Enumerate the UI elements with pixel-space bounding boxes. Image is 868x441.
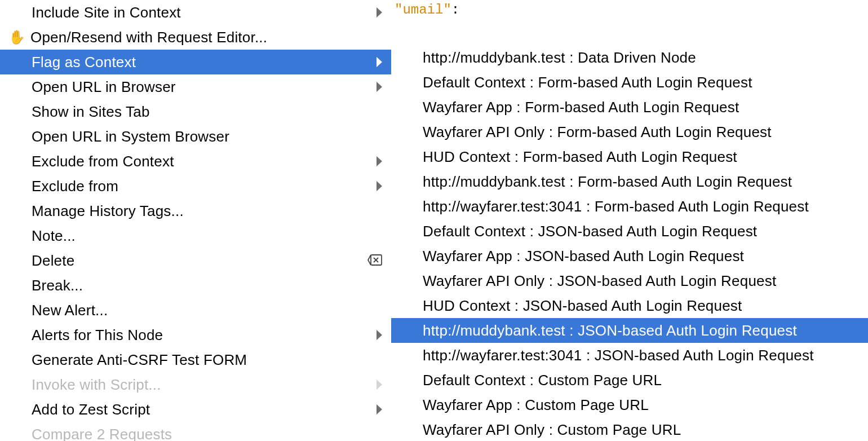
menu-item-new-alert[interactable]: New Alert... (0, 298, 392, 323)
menu-item-label: Compare 2 Requests (32, 426, 382, 442)
json-key: "umail" (395, 2, 451, 17)
submenu-item-label: Wayfarer API Only : JSON-based Auth Logi… (423, 272, 858, 290)
menu-item-label: Alerts for This Node (32, 327, 371, 344)
menu-item-manage-history-tags[interactable]: Manage History Tags... (0, 199, 392, 223)
menu-item-label: Open URL in System Browser (32, 128, 382, 145)
submenu-arrow-icon (377, 7, 382, 17)
submenu-item-default-context-form-based-auth-login-request[interactable]: Default Context : Form-based Auth Login … (391, 70, 868, 95)
submenu-item-label: http://wayfarer.test:3041 : Form-based A… (423, 198, 858, 215)
menu-item-alerts-for-this-node[interactable]: Alerts for This Node (0, 323, 392, 347)
submenu-item-label: Default Context : Form-based Auth Login … (423, 74, 858, 91)
menu-item-flag-as-context[interactable]: Flag as Context (0, 50, 392, 74)
submenu-item-http-wayfarer-test-3041-form-based-auth-login-requ[interactable]: http://wayfarer.test:3041 : Form-based A… (391, 194, 868, 219)
submenu-item-label: Default Context : JSON-based Auth Login … (423, 223, 858, 240)
menu-item-add-to-zest-script[interactable]: Add to Zest Script (0, 397, 392, 422)
menu-item-label: Add to Zest Script (32, 401, 371, 418)
menu-item-open-url-in-system-browser[interactable]: Open URL in System Browser (0, 124, 392, 149)
context-menu: Include Site in Context✋Open/Resend with… (0, 0, 392, 441)
submenu-item-label: HUD Context : JSON-based Auth Login Requ… (423, 297, 858, 315)
menu-item-label: Open/Resend with Request Editor... (30, 29, 382, 46)
menu-item-label: Manage History Tags... (32, 202, 382, 220)
menu-item-label: Exclude from Context (32, 153, 371, 170)
submenu-item-label: http://muddybank.test : Data Driven Node (423, 49, 858, 67)
submenu-arrow-icon (377, 82, 382, 92)
submenu-item-label: http://muddybank.test : JSON-based Auth … (423, 322, 858, 339)
submenu-item-label: HUD Context : Form-based Auth Login Requ… (423, 148, 858, 166)
submenu-item-http-muddybank-test-json-based-auth-login-request[interactable]: http://muddybank.test : JSON-based Auth … (391, 318, 868, 343)
submenu-item-label: http://muddybank.test : Form-based Auth … (423, 173, 858, 191)
menu-item-open-url-in-browser[interactable]: Open URL in Browser (0, 74, 392, 99)
menu-item-include-site-in-context[interactable]: Include Site in Context (0, 0, 392, 25)
submenu-arrow-icon (377, 156, 382, 166)
menu-item-label: Open URL in Browser (32, 78, 371, 96)
submenu-item-label: Wayfarer App : Custom Page URL (423, 396, 858, 414)
submenu-item-wayfarer-app-form-based-auth-login-request[interactable]: Wayfarer App : Form-based Auth Login Req… (391, 95, 868, 120)
menu-item-label: Break... (32, 277, 382, 294)
submenu-item-wayfarer-app-custom-page-url[interactable]: Wayfarer App : Custom Page URL (391, 393, 868, 417)
hand-icon: ✋ (7, 29, 27, 45)
menu-item-exclude-from[interactable]: Exclude from (0, 174, 392, 199)
menu-item-generate-anti-csrf-test-form[interactable]: Generate Anti-CSRF Test FORM (0, 347, 392, 372)
menu-item-open-resend-with-request-editor[interactable]: ✋Open/Resend with Request Editor... (0, 25, 392, 50)
json-colon: : (451, 2, 459, 17)
submenu-item-wayfarer-api-only-custom-page-url[interactable]: Wayfarer API Only : Custom Page URL (391, 417, 868, 441)
submenu-arrow-icon (377, 330, 382, 340)
submenu-item-wayfarer-api-only-json-based-auth-login-request[interactable]: Wayfarer API Only : JSON-based Auth Logi… (391, 268, 868, 293)
menu-item-note[interactable]: Note... (0, 223, 392, 248)
submenu-arrow-icon (377, 57, 382, 67)
menu-item-label: Flag as Context (32, 54, 371, 71)
background-code: "umail": (395, 2, 459, 17)
delete-icon (363, 252, 382, 270)
menu-item-label: New Alert... (32, 302, 382, 319)
menu-item-label: Generate Anti-CSRF Test FORM (32, 351, 382, 369)
submenu-item-http-muddybank-test-form-based-auth-login-request[interactable]: http://muddybank.test : Form-based Auth … (391, 169, 868, 194)
submenu-item-default-context-custom-page-url[interactable]: Default Context : Custom Page URL (391, 368, 868, 393)
submenu-item-label: Wayfarer API Only : Custom Page URL (423, 421, 858, 439)
submenu-item-wayfarer-api-only-form-based-auth-login-request[interactable]: Wayfarer API Only : Form-based Auth Logi… (391, 120, 868, 144)
menu-item-delete[interactable]: Delete (0, 248, 392, 273)
submenu-item-label: Wayfarer App : Form-based Auth Login Req… (423, 99, 858, 116)
menu-item-label: Exclude from (32, 178, 371, 195)
submenu-item-label: Wayfarer API Only : Form-based Auth Logi… (423, 124, 858, 141)
submenu-arrow-icon (377, 181, 382, 191)
menu-item-label: Note... (32, 227, 382, 245)
submenu-item-hud-context-form-based-auth-login-request[interactable]: HUD Context : Form-based Auth Login Requ… (391, 144, 868, 169)
submenu-item-label: Wayfarer App : JSON-based Auth Login Req… (423, 248, 858, 265)
menu-item-label: Invoke with Script... (32, 376, 371, 394)
submenu-item-label: http://wayfarer.test:3041 : JSON-based A… (423, 347, 858, 364)
menu-item-label: Include Site in Context (32, 4, 371, 21)
submenu-item-http-muddybank-test-data-driven-node[interactable]: http://muddybank.test : Data Driven Node (391, 45, 868, 70)
menu-item-label: Show in Sites Tab (32, 103, 382, 121)
menu-item-compare-2-requests: Compare 2 Requests (0, 422, 392, 441)
menu-item-show-in-sites-tab[interactable]: Show in Sites Tab (0, 99, 392, 124)
submenu-arrow-icon (377, 404, 382, 414)
menu-item-label: Delete (32, 252, 363, 270)
submenu-item-label: Default Context : Custom Page URL (423, 372, 858, 389)
submenu-item-http-wayfarer-test-3041-json-based-auth-login-requ[interactable]: http://wayfarer.test:3041 : JSON-based A… (391, 343, 868, 368)
menu-item-invoke-with-script: Invoke with Script... (0, 372, 392, 397)
submenu-item-hud-context-json-based-auth-login-request[interactable]: HUD Context : JSON-based Auth Login Requ… (391, 293, 868, 318)
submenu-item-wayfarer-app-json-based-auth-login-request[interactable]: Wayfarer App : JSON-based Auth Login Req… (391, 244, 868, 268)
menu-item-break[interactable]: Break... (0, 273, 392, 298)
menu-item-exclude-from-context[interactable]: Exclude from Context (0, 149, 392, 174)
submenu-item-default-context-json-based-auth-login-request[interactable]: Default Context : JSON-based Auth Login … (391, 219, 868, 244)
submenu-arrow-icon (377, 380, 382, 390)
flag-as-context-submenu: http://muddybank.test : Data Driven Node… (391, 45, 868, 441)
